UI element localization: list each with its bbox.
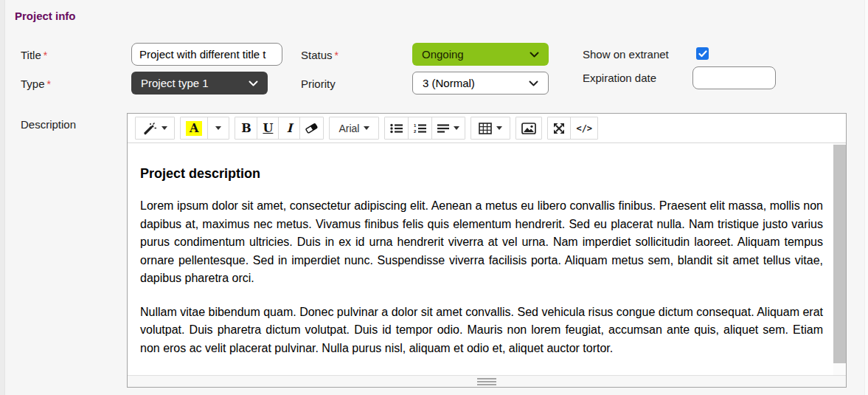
style-group bbox=[135, 117, 175, 140]
bold-button[interactable]: B bbox=[235, 117, 257, 139]
description-editor: A B U I bbox=[127, 113, 847, 388]
eraser-icon bbox=[305, 123, 318, 134]
priority-select[interactable]: 3 (Normal) bbox=[412, 72, 549, 95]
editor-scrollbar[interactable] bbox=[833, 143, 846, 375]
magic-wand-icon bbox=[143, 122, 157, 135]
table-group bbox=[471, 117, 510, 140]
svg-text:1: 1 bbox=[414, 123, 417, 128]
font-name-group: Arial bbox=[329, 117, 379, 140]
picture-icon bbox=[521, 123, 536, 134]
status-select-value: Ongoing bbox=[422, 48, 464, 61]
status-select[interactable]: Ongoing bbox=[412, 43, 549, 66]
resize-handle-icon bbox=[477, 378, 496, 385]
paragraph-align-button[interactable] bbox=[431, 117, 465, 139]
picture-group bbox=[515, 117, 542, 140]
expiration-date-input[interactable] bbox=[692, 66, 776, 89]
title-label: Title* bbox=[21, 49, 47, 61]
code-view-icon: </> bbox=[576, 123, 592, 134]
fullscreen-button[interactable] bbox=[548, 117, 570, 139]
description-document: Project description Lorem ipsum dolor si… bbox=[128, 143, 846, 375]
caret-down-icon bbox=[215, 126, 221, 130]
description-label: Description bbox=[21, 118, 76, 131]
scrollbar-thumb[interactable] bbox=[833, 145, 846, 363]
font-style-group: B U I bbox=[235, 117, 324, 140]
ordered-list-button[interactable]: 1 2 bbox=[408, 117, 431, 139]
font-color-dropdown-button[interactable] bbox=[207, 117, 229, 139]
caret-down-icon bbox=[162, 126, 167, 130]
required-asterisk: * bbox=[335, 49, 338, 61]
priority-label: Priority bbox=[301, 78, 336, 90]
view-group: </> bbox=[547, 117, 598, 140]
expiration-date-label: Expiration date bbox=[583, 72, 656, 84]
font-color-letter: A bbox=[186, 121, 202, 136]
project-info-page: Project info Title* Type* Status* Priori… bbox=[0, 0, 868, 395]
clear-format-button[interactable] bbox=[299, 117, 323, 139]
italic-button[interactable]: I bbox=[278, 117, 299, 139]
type-select-value: Project type 1 bbox=[141, 77, 209, 89]
chevron-down-icon bbox=[249, 80, 258, 86]
page-title: Project info bbox=[15, 10, 76, 22]
required-asterisk: * bbox=[47, 78, 51, 90]
font-color-button[interactable]: A bbox=[181, 117, 207, 139]
chevron-down-icon bbox=[529, 80, 538, 86]
style-dropdown-button[interactable] bbox=[136, 117, 174, 139]
caret-down-icon bbox=[496, 126, 502, 130]
status-label: Status* bbox=[301, 49, 338, 61]
generation-summary: Generated 2 paragraphs, 133 words, 897 b… bbox=[140, 374, 823, 375]
type-label: Type* bbox=[21, 78, 51, 90]
color-group: A bbox=[180, 117, 229, 140]
show-on-extranet-label: Show on extranet bbox=[583, 48, 669, 61]
check-icon bbox=[698, 50, 707, 58]
required-asterisk: * bbox=[44, 49, 47, 61]
font-name-button[interactable]: Arial bbox=[330, 117, 378, 139]
priority-select-value: 3 (Normal) bbox=[423, 77, 475, 89]
svg-text:2: 2 bbox=[414, 129, 417, 134]
show-on-extranet-checkbox[interactable] bbox=[696, 47, 709, 60]
description-heading: Project description bbox=[140, 166, 823, 182]
caret-down-icon bbox=[364, 126, 369, 130]
caret-down-icon bbox=[454, 126, 459, 130]
title-input[interactable] bbox=[131, 43, 282, 66]
chevron-down-icon bbox=[530, 52, 539, 58]
unordered-list-button[interactable] bbox=[385, 117, 408, 139]
fullscreen-icon bbox=[553, 123, 565, 134]
unordered-list-icon bbox=[390, 123, 403, 134]
picture-button[interactable] bbox=[516, 117, 541, 139]
editor-statusbar[interactable] bbox=[128, 375, 846, 387]
table-icon bbox=[479, 123, 492, 134]
paragraph-align-icon bbox=[437, 123, 449, 134]
editor-toolbar: A B U I bbox=[128, 114, 846, 143]
type-select[interactable]: Project type 1 bbox=[131, 72, 268, 95]
list-group: 1 2 bbox=[384, 117, 465, 140]
page-left-edge bbox=[0, 0, 5, 395]
underline-button[interactable]: U bbox=[257, 117, 278, 139]
editor-content-area[interactable]: Project description Lorem ipsum dolor si… bbox=[128, 143, 846, 375]
page-right-edge bbox=[864, 0, 868, 395]
code-view-button[interactable]: </> bbox=[570, 117, 597, 139]
ordered-list-icon: 1 2 bbox=[414, 123, 426, 134]
description-paragraph: Lorem ipsum dolor sit amet, consectetur … bbox=[140, 197, 823, 288]
table-dropdown-button[interactable] bbox=[471, 117, 510, 139]
description-paragraph: Nullam vitae bibendum quam. Donec pulvin… bbox=[140, 303, 823, 358]
